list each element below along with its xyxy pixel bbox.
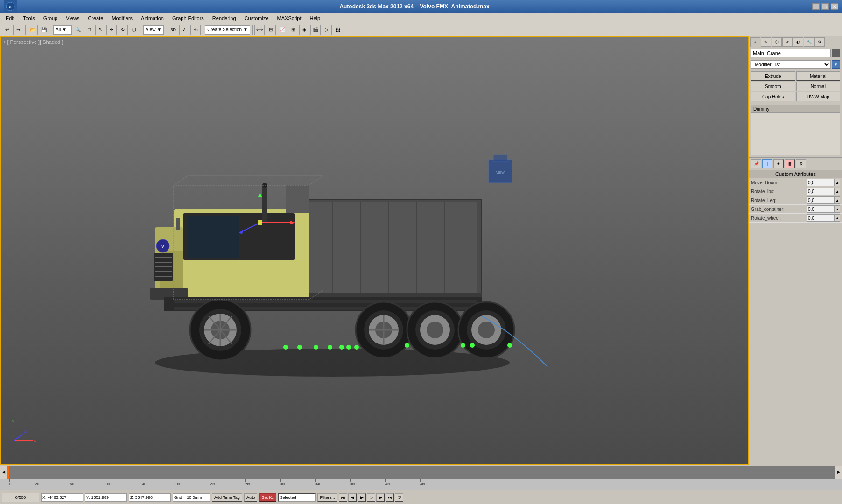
- scale-btn[interactable]: ⬡: [129, 25, 139, 35]
- object-color-swatch[interactable]: [832, 49, 840, 57]
- material-btn[interactable]: Material: [796, 71, 841, 81]
- move-btn[interactable]: ✛: [106, 25, 117, 35]
- tab-modify[interactable]: ✎: [761, 37, 771, 47]
- prev-frame-btn[interactable]: ◀: [348, 493, 357, 502]
- next-key-btn[interactable]: ⏭: [386, 493, 394, 502]
- attr-input-rotate-wheel[interactable]: [807, 214, 835, 222]
- view-dropdown[interactable]: View ▼: [143, 25, 164, 35]
- maximize-btn[interactable]: □: [821, 3, 829, 10]
- percent-snap-btn[interactable]: %: [190, 25, 201, 35]
- normal-btn[interactable]: Normal: [796, 82, 841, 91]
- attr-spinner-rotate-leg-up[interactable]: ▲: [835, 196, 840, 204]
- select-region-btn[interactable]: □: [84, 25, 94, 35]
- prev-key-btn[interactable]: ⏮: [339, 493, 347, 502]
- select-btn[interactable]: ↖: [95, 25, 105, 35]
- add-time-tag-btn[interactable]: Add Time Tag: [212, 493, 242, 502]
- set-key-btn[interactable]: Set K..: [259, 493, 276, 502]
- pin-stack-btn[interactable]: 📌: [751, 159, 761, 168]
- modifier-list-dropdown[interactable]: Modifier List: [751, 60, 831, 69]
- attr-spinner-grab-container-up[interactable]: ▲: [835, 205, 840, 213]
- open-btn[interactable]: 📂: [28, 25, 38, 35]
- schematic-view-btn[interactable]: ⊞: [288, 25, 298, 35]
- render-frame-btn[interactable]: 🖼: [333, 25, 343, 35]
- window-controls[interactable]: — □ ✕: [812, 3, 838, 10]
- menu-maxscript[interactable]: MAXScript: [274, 14, 305, 23]
- attr-spinner-move-boom-up[interactable]: ▲: [835, 179, 840, 186]
- redo-btn[interactable]: ↪: [13, 25, 23, 35]
- attr-spinner-rotate-wheel-up[interactable]: ▲: [835, 214, 840, 222]
- tab-motion[interactable]: ⟳: [782, 37, 793, 47]
- close-btn[interactable]: ✕: [831, 3, 838, 10]
- configure-btn[interactable]: ⚙: [796, 159, 806, 168]
- angle-snap-btn[interactable]: ∠: [179, 25, 189, 35]
- select-by-name-btn[interactable]: 🔍: [73, 25, 83, 35]
- play-selected-btn[interactable]: ▷: [367, 493, 375, 502]
- timeline-ruler: 0 20 60 100 140 180 220 260 300 340 380 …: [0, 479, 842, 490]
- coord-x[interactable]: X: -4463,327: [41, 493, 83, 502]
- align-btn[interactable]: ⊟: [266, 25, 276, 35]
- ruler-mark-340: 340: [315, 479, 321, 486]
- undo-btn[interactable]: ↩: [2, 25, 12, 35]
- frame-indicator: [7, 466, 9, 479]
- menu-help[interactable]: Help: [306, 14, 324, 23]
- menu-edit[interactable]: Edit: [2, 14, 18, 23]
- extrude-btn[interactable]: Extrude: [751, 71, 795, 81]
- attr-spinner-rotate-lbs-up[interactable]: ▲: [835, 188, 840, 195]
- svg-rect-60: [258, 220, 262, 225]
- 3d-snap-btn[interactable]: 3D: [168, 25, 178, 35]
- time-config-btn[interactable]: ⏱: [395, 493, 403, 502]
- attr-row-move-boom: Move_Boom: ▲: [749, 178, 842, 187]
- make-unique-btn[interactable]: ✦: [773, 159, 784, 168]
- menu-modifiers[interactable]: Modifiers: [108, 14, 136, 23]
- menu-graph-editors[interactable]: Graph Editors: [168, 14, 208, 23]
- play-btn[interactable]: ▶: [358, 493, 366, 502]
- timeline-scroll-left[interactable]: ◀: [0, 466, 7, 479]
- selection-filter-dropdown[interactable]: All ▼: [53, 25, 72, 35]
- object-name-input[interactable]: [751, 49, 831, 57]
- tab-create[interactable]: ✦: [750, 37, 760, 47]
- attr-input-rotate-leg[interactable]: [807, 196, 835, 204]
- menu-views[interactable]: Views: [62, 14, 83, 23]
- menu-animation[interactable]: Animation: [137, 14, 168, 23]
- viewport[interactable]: + [ Perspective ][ Shaded ]: [0, 36, 749, 465]
- coord-y[interactable]: Y: 1551,989: [85, 493, 127, 502]
- save-btn[interactable]: 💾: [39, 25, 49, 35]
- timeline-scroll-right[interactable]: ▶: [835, 466, 842, 479]
- show-result-btn[interactable]: |: [762, 159, 772, 168]
- uvw-map-btn[interactable]: UWW Map: [796, 92, 841, 101]
- tab-utilities[interactable]: 🔧: [804, 37, 814, 47]
- menu-group[interactable]: Group: [40, 14, 62, 23]
- modifier-dropdown-arrow[interactable]: ▼: [832, 60, 840, 69]
- attr-input-rotate-lbs[interactable]: [807, 188, 835, 195]
- timeline-track[interactable]: [7, 466, 835, 479]
- tab-display[interactable]: ◐: [793, 37, 803, 47]
- remove-modifier-btn[interactable]: 🗑: [785, 159, 795, 168]
- auto-key-btn[interactable]: Auto: [244, 493, 258, 502]
- minimize-btn[interactable]: —: [812, 3, 820, 10]
- render-setup-btn[interactable]: 🎬: [310, 25, 321, 35]
- material-editor-btn[interactable]: ◈: [299, 25, 309, 35]
- svg-rect-28: [286, 185, 309, 213]
- menu-customize[interactable]: Customize: [241, 14, 273, 23]
- create-selection-dropdown[interactable]: Create Selection ▼: [205, 25, 250, 35]
- render-btn[interactable]: ▷: [322, 25, 332, 35]
- menu-create[interactable]: Create: [84, 14, 107, 23]
- filters-btn[interactable]: Filters...: [317, 493, 337, 502]
- attr-input-move-boom[interactable]: [807, 179, 835, 186]
- curve-editor-btn[interactable]: 📈: [277, 25, 287, 35]
- cap-holes-btn[interactable]: Cap Holes: [751, 92, 795, 101]
- attr-input-grab-container[interactable]: [807, 205, 835, 213]
- menu-tools[interactable]: Tools: [19, 14, 39, 23]
- rotate-btn[interactable]: ↻: [118, 25, 128, 35]
- smooth-btn[interactable]: Smooth: [751, 82, 795, 91]
- tab-hierarchy[interactable]: ⬡: [772, 37, 782, 47]
- frame-counter[interactable]: 0 / 500: [2, 493, 39, 502]
- coord-z[interactable]: Z: 3547,996: [129, 493, 171, 502]
- next-frame-btn[interactable]: ▶: [376, 493, 385, 502]
- tab-extra[interactable]: ⚙: [814, 37, 825, 47]
- timeline-area[interactable]: ◀ ▶: [0, 465, 842, 479]
- svg-point-67: [283, 345, 288, 350]
- panel-tabs: ✦ ✎ ⬡ ⟳ ◐ 🔧 ⚙: [749, 36, 842, 47]
- menu-rendering[interactable]: Rendering: [209, 14, 240, 23]
- mirror-btn[interactable]: ⟺: [254, 25, 265, 35]
